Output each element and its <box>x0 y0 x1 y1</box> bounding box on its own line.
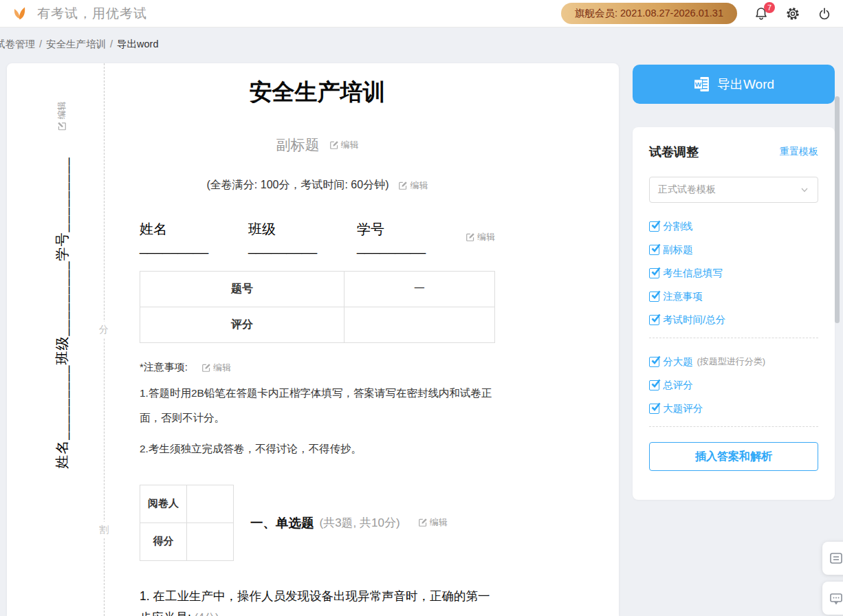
exam-notes: *注意事项: 编辑 1.答题时用2B铅笔在答题卡内正楷字体填写，答案请写在密封线… <box>140 361 495 461</box>
pencil-icon <box>398 181 408 190</box>
power-icon <box>817 6 832 21</box>
section-title: 一、单选题 <box>250 514 314 531</box>
seal-edit-link[interactable]: 编辑 <box>56 102 69 131</box>
score-table-value: 一 <box>344 272 495 307</box>
notes-line: 1.答题时用2B铅笔在答题卡内正楷字体填写，答案请写在密封线内和试卷正面，否则不… <box>140 381 495 430</box>
exam-paper-preview: 分 割 编辑 姓名_________班级_________学号_________… <box>7 63 619 616</box>
student-line-edit-link[interactable]: 编辑 <box>466 231 495 243</box>
checkbox-total-score[interactable]: 总评分 <box>649 378 818 392</box>
breadcrumb-current: 导出word <box>117 38 158 50</box>
checkbox-student-info[interactable]: 考生信息填写 <box>649 266 818 280</box>
subtitle-edit-link[interactable]: 编辑 <box>329 139 359 151</box>
student-info-line: 姓名_________ 班级_________ 学号_________ 编辑 <box>140 220 495 254</box>
grader-value <box>187 485 234 522</box>
score-table-value <box>344 307 495 343</box>
checkbox-notes[interactable]: 注意事项 <box>649 289 818 303</box>
template-select[interactable]: 正式试卷模板 <box>649 177 818 203</box>
svg-text:W: W <box>695 80 702 88</box>
exam-info: (全卷满分: 100分，考试时间: 60分钟) <box>207 178 389 192</box>
logout-button[interactable] <box>817 6 832 21</box>
insert-answers-button[interactable]: 插入答案和解析 <box>649 442 818 471</box>
export-word-button[interactable]: W 导出Word <box>633 65 835 104</box>
checkbox-icon <box>649 315 659 325</box>
grader-label: 阅卷人 <box>140 485 187 522</box>
paper-title: 安全生产培训 <box>140 77 495 108</box>
document-lines-icon <box>829 551 843 566</box>
score-table-label: 题号 <box>140 272 344 307</box>
paper-subtitle: 副标题 <box>276 135 320 155</box>
checkbox-icon <box>649 404 659 414</box>
notification-bell-button[interactable]: 7 <box>754 6 769 21</box>
score-table-label: 评分 <box>140 307 344 343</box>
right-sidebar: W 导出Word 试卷调整 重置模板 正式试卷模板 分割线 副标题 <box>633 65 835 500</box>
paper-adjust-panel: 试卷调整 重置模板 正式试卷模板 分割线 副标题 考生信息填写 <box>633 127 835 500</box>
panel-title: 试卷调整 <box>649 144 699 160</box>
checkbox-icon <box>649 221 659 232</box>
breadcrumb-item-papers[interactable]: 试卷管理 <box>0 38 35 50</box>
settings-button[interactable] <box>785 6 800 21</box>
pencil-icon <box>466 232 475 242</box>
checkbox-icon <box>649 357 659 367</box>
floating-doc-button[interactable] <box>822 542 843 575</box>
grader-score-table: 阅卷人 得分 <box>140 485 234 561</box>
checkbox-suffix: (按题型进行分类) <box>697 355 766 368</box>
question-score-table: 题号 一 评分 <box>140 271 495 343</box>
grader-label: 得分 <box>140 522 187 560</box>
checkbox-time-score[interactable]: 考试时间/总分 <box>649 313 818 327</box>
app-logo-icon <box>10 4 29 23</box>
pencil-icon <box>418 518 428 527</box>
checkbox-split-sections[interactable]: 分大题 (按题型进行分类) <box>649 355 818 368</box>
seal-line-char: 分 <box>99 322 109 338</box>
seal-student-fields: 姓名_________班级_________学号_________ <box>53 157 72 468</box>
notes-title: *注意事项: <box>140 361 188 374</box>
breadcrumb-separator: / <box>110 38 113 50</box>
breadcrumb: 试卷管理/安全生产培训/导出word <box>0 28 843 51</box>
app-header: 有考试，用优考试 旗舰会员: 2021.08.27-2026.01.31 7 <box>0 0 843 28</box>
chat-dots-icon <box>829 591 843 606</box>
question-score: (4分) <box>195 612 219 616</box>
checkbox-section-score[interactable]: 大题评分 <box>649 402 818 415</box>
grader-value <box>187 522 234 560</box>
checkbox-divider-line[interactable]: 分割线 <box>649 219 818 233</box>
checkbox-icon <box>649 380 659 390</box>
pencil-icon <box>201 363 211 373</box>
section-meta: (共3题, 共10分) <box>320 515 400 531</box>
word-doc-icon: W <box>693 76 710 93</box>
checkbox-icon <box>649 292 659 302</box>
question-text: 1. 在工业生产中，操作人员发现设备出现异常声音时，正确的第一步应当是: (4分… <box>140 586 495 616</box>
checkbox-subtitle[interactable]: 副标题 <box>649 243 818 256</box>
reset-template-link[interactable]: 重置模板 <box>780 146 818 158</box>
exam-info-edit-link[interactable]: 编辑 <box>398 179 428 192</box>
dashed-divider <box>649 426 818 427</box>
breadcrumb-item-exam[interactable]: 安全生产培训 <box>46 38 106 50</box>
scrollbar-thumb[interactable] <box>835 96 840 323</box>
floating-chat-button[interactable] <box>822 582 843 615</box>
breadcrumb-separator: / <box>39 38 42 50</box>
checkbox-icon <box>649 245 659 255</box>
seal-line-char: 割 <box>99 522 109 538</box>
membership-badge: 旗舰会员: 2021.08.27-2026.01.31 <box>561 3 737 24</box>
pencil-icon <box>57 122 67 131</box>
section-edit-link[interactable]: 编辑 <box>418 516 448 529</box>
notes-line: 2.考生须独立完成答卷，不得讨论，不得传抄。 <box>140 437 495 461</box>
notes-edit-link[interactable]: 编辑 <box>201 362 231 374</box>
gear-icon <box>785 6 800 21</box>
app-title: 有考试，用优考试 <box>37 5 147 23</box>
chevron-down-icon <box>800 185 809 195</box>
dashed-divider <box>649 338 818 338</box>
notification-count-badge: 7 <box>764 2 775 13</box>
pencil-icon <box>329 140 339 150</box>
checkbox-icon <box>649 268 659 278</box>
